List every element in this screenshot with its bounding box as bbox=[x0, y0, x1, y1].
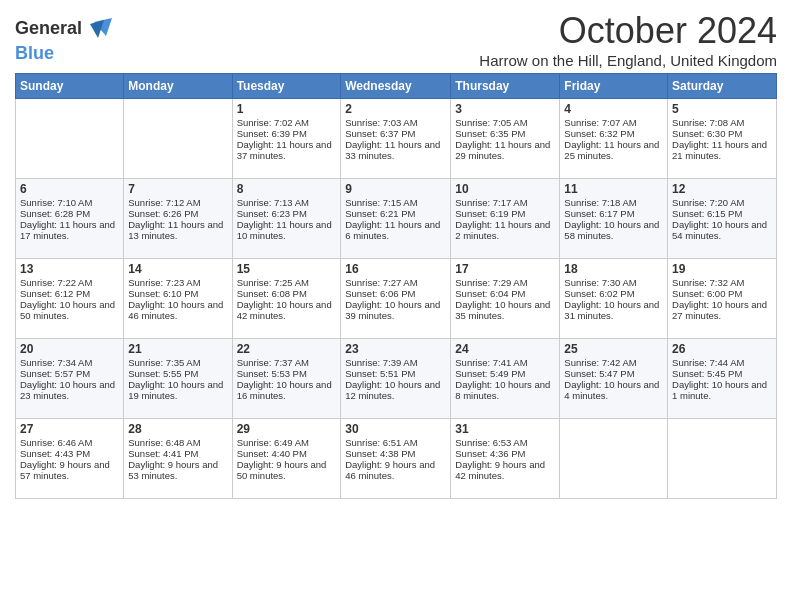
day-info: Daylight: 10 hours and 46 minutes. bbox=[128, 299, 227, 321]
calendar-cell-2-5: 10Sunrise: 7:17 AMSunset: 6:19 PMDayligh… bbox=[451, 179, 560, 259]
calendar-week-4: 20Sunrise: 7:34 AMSunset: 5:57 PMDayligh… bbox=[16, 339, 777, 419]
calendar-cell-5-5: 31Sunrise: 6:53 AMSunset: 4:36 PMDayligh… bbox=[451, 419, 560, 499]
day-info: Sunrise: 7:03 AM bbox=[345, 117, 446, 128]
day-info: Daylight: 10 hours and 4 minutes. bbox=[564, 379, 663, 401]
day-info: Sunset: 6:00 PM bbox=[672, 288, 772, 299]
day-info: Daylight: 9 hours and 57 minutes. bbox=[20, 459, 119, 481]
day-info: Sunset: 6:35 PM bbox=[455, 128, 555, 139]
calendar-cell-4-1: 20Sunrise: 7:34 AMSunset: 5:57 PMDayligh… bbox=[16, 339, 124, 419]
day-info: Sunset: 4:41 PM bbox=[128, 448, 227, 459]
day-info: Daylight: 11 hours and 13 minutes. bbox=[128, 219, 227, 241]
day-info: Sunset: 4:38 PM bbox=[345, 448, 446, 459]
day-info: Sunrise: 7:41 AM bbox=[455, 357, 555, 368]
col-monday: Monday bbox=[124, 74, 232, 99]
day-info: Sunset: 6:30 PM bbox=[672, 128, 772, 139]
day-number: 28 bbox=[128, 422, 227, 436]
day-info: Sunrise: 7:32 AM bbox=[672, 277, 772, 288]
day-number: 3 bbox=[455, 102, 555, 116]
day-info: Daylight: 10 hours and 19 minutes. bbox=[128, 379, 227, 401]
calendar-cell-4-2: 21Sunrise: 7:35 AMSunset: 5:55 PMDayligh… bbox=[124, 339, 232, 419]
subtitle: Harrow on the Hill, England, United King… bbox=[479, 52, 777, 69]
day-number: 19 bbox=[672, 262, 772, 276]
day-info: Sunset: 6:06 PM bbox=[345, 288, 446, 299]
month-title: October 2024 bbox=[479, 10, 777, 52]
calendar-cell-4-4: 23Sunrise: 7:39 AMSunset: 5:51 PMDayligh… bbox=[341, 339, 451, 419]
day-number: 13 bbox=[20, 262, 119, 276]
day-number: 24 bbox=[455, 342, 555, 356]
day-info: Sunrise: 7:13 AM bbox=[237, 197, 337, 208]
day-info: Sunset: 5:49 PM bbox=[455, 368, 555, 379]
day-info: Sunrise: 7:12 AM bbox=[128, 197, 227, 208]
day-number: 20 bbox=[20, 342, 119, 356]
calendar-cell-5-4: 30Sunrise: 6:51 AMSunset: 4:38 PMDayligh… bbox=[341, 419, 451, 499]
calendar-cell-4-3: 22Sunrise: 7:37 AMSunset: 5:53 PMDayligh… bbox=[232, 339, 341, 419]
day-number: 11 bbox=[564, 182, 663, 196]
day-number: 29 bbox=[237, 422, 337, 436]
day-number: 15 bbox=[237, 262, 337, 276]
day-info: Sunrise: 7:29 AM bbox=[455, 277, 555, 288]
header: General Blue October 2024 Harrow on the … bbox=[15, 10, 777, 69]
calendar-cell-4-6: 25Sunrise: 7:42 AMSunset: 5:47 PMDayligh… bbox=[560, 339, 668, 419]
day-info: Sunset: 5:47 PM bbox=[564, 368, 663, 379]
day-info: Sunrise: 7:27 AM bbox=[345, 277, 446, 288]
day-number: 12 bbox=[672, 182, 772, 196]
day-info: Sunrise: 7:17 AM bbox=[455, 197, 555, 208]
calendar-week-2: 6Sunrise: 7:10 AMSunset: 6:28 PMDaylight… bbox=[16, 179, 777, 259]
day-number: 21 bbox=[128, 342, 227, 356]
day-info: Sunset: 4:40 PM bbox=[237, 448, 337, 459]
calendar-cell-1-5: 3Sunrise: 7:05 AMSunset: 6:35 PMDaylight… bbox=[451, 99, 560, 179]
day-info: Daylight: 11 hours and 10 minutes. bbox=[237, 219, 337, 241]
day-info: Daylight: 9 hours and 46 minutes. bbox=[345, 459, 446, 481]
day-info: Daylight: 10 hours and 54 minutes. bbox=[672, 219, 772, 241]
day-number: 18 bbox=[564, 262, 663, 276]
day-info: Daylight: 11 hours and 29 minutes. bbox=[455, 139, 555, 161]
day-info: Sunrise: 7:34 AM bbox=[20, 357, 119, 368]
day-info: Sunrise: 6:51 AM bbox=[345, 437, 446, 448]
day-info: Daylight: 10 hours and 35 minutes. bbox=[455, 299, 555, 321]
page: General Blue October 2024 Harrow on the … bbox=[0, 0, 792, 509]
day-info: Daylight: 10 hours and 42 minutes. bbox=[237, 299, 337, 321]
calendar-cell-3-2: 14Sunrise: 7:23 AMSunset: 6:10 PMDayligh… bbox=[124, 259, 232, 339]
calendar-cell-1-2 bbox=[124, 99, 232, 179]
day-info: Sunrise: 7:39 AM bbox=[345, 357, 446, 368]
day-info: Sunset: 6:23 PM bbox=[237, 208, 337, 219]
day-info: Sunset: 6:15 PM bbox=[672, 208, 772, 219]
day-info: Daylight: 11 hours and 25 minutes. bbox=[564, 139, 663, 161]
day-info: Sunrise: 7:22 AM bbox=[20, 277, 119, 288]
day-info: Sunset: 5:57 PM bbox=[20, 368, 119, 379]
day-info: Sunset: 6:02 PM bbox=[564, 288, 663, 299]
day-info: Sunset: 6:37 PM bbox=[345, 128, 446, 139]
day-info: Sunrise: 7:35 AM bbox=[128, 357, 227, 368]
day-number: 25 bbox=[564, 342, 663, 356]
day-info: Daylight: 10 hours and 27 minutes. bbox=[672, 299, 772, 321]
day-info: Sunrise: 7:42 AM bbox=[564, 357, 663, 368]
day-info: Daylight: 10 hours and 12 minutes. bbox=[345, 379, 446, 401]
calendar-cell-4-5: 24Sunrise: 7:41 AMSunset: 5:49 PMDayligh… bbox=[451, 339, 560, 419]
calendar-cell-1-7: 5Sunrise: 7:08 AMSunset: 6:30 PMDaylight… bbox=[668, 99, 777, 179]
calendar-cell-3-3: 15Sunrise: 7:25 AMSunset: 6:08 PMDayligh… bbox=[232, 259, 341, 339]
day-info: Sunrise: 7:15 AM bbox=[345, 197, 446, 208]
day-info: Sunset: 6:21 PM bbox=[345, 208, 446, 219]
title-block: October 2024 Harrow on the Hill, England… bbox=[479, 10, 777, 69]
calendar-table: Sunday Monday Tuesday Wednesday Thursday… bbox=[15, 73, 777, 499]
day-info: Sunrise: 7:18 AM bbox=[564, 197, 663, 208]
day-number: 7 bbox=[128, 182, 227, 196]
day-info: Sunset: 5:45 PM bbox=[672, 368, 772, 379]
calendar-cell-5-2: 28Sunrise: 6:48 AMSunset: 4:41 PMDayligh… bbox=[124, 419, 232, 499]
day-number: 26 bbox=[672, 342, 772, 356]
day-info: Sunset: 6:17 PM bbox=[564, 208, 663, 219]
calendar-week-3: 13Sunrise: 7:22 AMSunset: 6:12 PMDayligh… bbox=[16, 259, 777, 339]
calendar-week-1: 1Sunrise: 7:02 AMSunset: 6:39 PMDaylight… bbox=[16, 99, 777, 179]
day-info: Sunset: 6:10 PM bbox=[128, 288, 227, 299]
col-tuesday: Tuesday bbox=[232, 74, 341, 99]
day-info: Sunset: 6:12 PM bbox=[20, 288, 119, 299]
logo-icon bbox=[84, 14, 114, 44]
day-info: Daylight: 10 hours and 1 minute. bbox=[672, 379, 772, 401]
day-info: Daylight: 10 hours and 23 minutes. bbox=[20, 379, 119, 401]
calendar-cell-4-7: 26Sunrise: 7:44 AMSunset: 5:45 PMDayligh… bbox=[668, 339, 777, 419]
calendar-cell-2-4: 9Sunrise: 7:15 AMSunset: 6:21 PMDaylight… bbox=[341, 179, 451, 259]
day-number: 4 bbox=[564, 102, 663, 116]
day-number: 31 bbox=[455, 422, 555, 436]
day-info: Sunset: 6:04 PM bbox=[455, 288, 555, 299]
day-number: 9 bbox=[345, 182, 446, 196]
